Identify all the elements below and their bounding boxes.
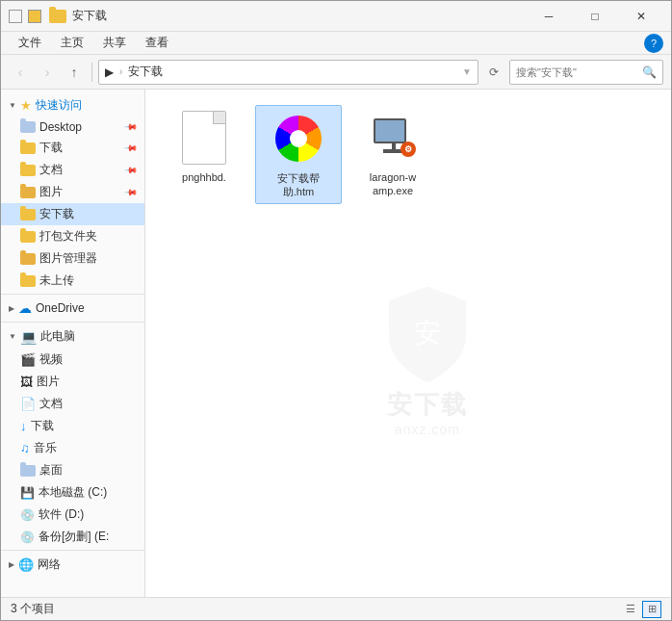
sidebar-item-zip-folder[interactable]: 打包文件夹 [1,225,144,247]
breadcrumb-chevron: › [119,66,122,77]
view-details-icon: ☰ [626,603,635,615]
sidebar-divider-3 [1,550,144,551]
window-title: 安下载 [72,8,527,24]
sidebar-item-computer-pics[interactable]: 🖼 图片 [1,371,144,393]
exe-base [383,149,402,153]
file-grid: pnghhbd. 安下载帮助.htm [161,105,656,204]
refresh-button[interactable]: ⟳ [482,61,505,84]
search-input[interactable] [516,66,638,78]
file-icon-htm [270,110,327,168]
main-content: ▼ ★ 快速访问 Desktop 📌 下载 📌 文档 📌 [1,90,671,597]
sidebar-label-drive-c: 本地磁盘 (C:) [39,484,107,501]
file-label-exe: laragon-wamp.exe [370,170,416,198]
view-grid-button[interactable]: ⊞ [642,601,661,618]
sidebar-label-desktop: Desktop [39,120,82,134]
sidebar-item-drive-c[interactable]: 💾 本地磁盘 (C:) [1,481,144,504]
onedrive-label: OneDrive [36,301,85,315]
file-label-htm: 安下载帮助.htm [277,171,320,199]
sidebar-label-zip: 打包文件夹 [39,228,97,245]
network-label: 网络 [38,556,61,573]
file-item-exe[interactable]: ⚙ laragon-wamp.exe [349,105,436,204]
sidebar-item-drive-d[interactable]: 💿 软件 (D:) [1,504,144,526]
drive-c-icon: 💾 [20,486,35,500]
menu-bar: 文件 主页 共享 查看 ? [1,32,671,55]
file-label-pnghhbd: pnghhbd. [182,170,226,184]
sidebar-section-onedrive[interactable]: ▶ ☁ OneDrive [1,297,144,320]
sidebar-item-desktop2[interactable]: 桌面 [1,459,144,481]
view-details-button[interactable]: ☰ [621,601,640,618]
download-icon: ↓ [20,419,27,433]
app-icon-square [9,10,22,23]
not-uploaded-folder-icon [20,275,36,287]
breadcrumb-arrow[interactable]: ▶ [105,65,114,79]
sidebar-section-network[interactable]: ▶ 🌐 网络 [1,553,144,577]
sidebar-label-documents: 文档 [39,162,63,178]
pin-icon-docs: 📌 [124,163,139,177]
sidebar-item-drive-e[interactable]: 💿 备份[勿删] (E: [1,526,144,548]
file-item-pnghhbd[interactable]: pnghhbd. [161,105,247,204]
computer-label: 此电脑 [40,328,75,345]
sidebar-label-pic-mgr: 图片管理器 [39,250,97,267]
onedrive-chevron: ▶ [9,304,14,313]
sidebar-label-drive-e: 备份[勿删] (E: [39,529,109,545]
menu-view[interactable]: 查看 [136,33,178,54]
sidebar-item-music[interactable]: ♫ 音乐 [1,437,144,459]
watermark-text: 安下载 [387,387,468,421]
desktop2-folder-icon [20,465,36,477]
desktop-folder-icon [20,121,36,133]
search-icon[interactable]: 🔍 [642,65,657,79]
help-button[interactable]: ? [644,34,663,53]
pic-mgr-folder-icon [20,253,36,265]
sidebar-item-computer-download[interactable]: ↓ 下载 [1,415,144,437]
maximize-button[interactable]: □ [573,3,617,30]
sidebar-item-computer-docs[interactable]: 📄 文档 [1,393,144,415]
sidebar-item-video[interactable]: 🎬 视频 [1,349,144,371]
menu-file[interactable]: 文件 [9,33,51,54]
drive-d-icon: 💿 [20,508,35,522]
watermark: 安 安下载 anxz.com [379,281,476,436]
network-icon: 🌐 [18,557,34,572]
sidebar-item-not-uploaded[interactable]: 未上传 [1,270,144,292]
breadcrumb-dropdown-icon[interactable]: ▼ [462,66,472,77]
menu-home[interactable]: 主页 [51,33,93,54]
pics-folder-icon [20,187,36,198]
sidebar-section-quick-access[interactable]: ▼ ★ 快速访问 [1,93,144,117]
sidebar-item-desktop[interactable]: Desktop 📌 [1,117,144,137]
exe-monitor-icon: ⚙ [370,115,416,161]
minimize-button[interactable]: ─ [527,3,571,30]
close-button[interactable]: ✕ [619,3,663,30]
sidebar: ▼ ★ 快速访问 Desktop 📌 下载 📌 文档 📌 [1,90,145,597]
sidebar-item-anxiazai[interactable]: 安下载 [1,203,144,225]
window: 安下载 ─ □ ✕ 文件 主页 共享 查看 ? ‹ › ↑ ▶ › 安下载 ▼ … [0,0,672,621]
star-icon: ★ [20,98,32,113]
pin-icon-pics: 📌 [124,185,139,199]
sidebar-label-computer-download: 下载 [31,418,54,434]
forward-button[interactable]: › [36,61,59,84]
svg-text:安: 安 [414,317,441,347]
up-button[interactable]: ↑ [63,61,86,84]
sidebar-label-download: 下载 [39,140,63,156]
sidebar-item-documents[interactable]: 文档 📌 [1,159,144,181]
back-button[interactable]: ‹ [9,61,32,84]
htm-colorwheel-icon [275,116,322,162]
video-icon: 🎬 [20,352,36,367]
sidebar-item-download[interactable]: 下载 📌 [1,137,144,159]
app-icon-square2 [28,10,41,23]
search-box[interactable]: 🔍 [509,60,663,85]
sidebar-label-music: 音乐 [34,440,57,456]
sidebar-label-computer-pics: 图片 [37,374,60,390]
sidebar-label-desktop2: 桌面 [39,462,63,479]
sidebar-label-anxiazai: 安下载 [39,206,74,222]
breadcrumb-folder[interactable]: 安下载 [128,64,163,80]
exe-monitor [374,118,406,143]
docs-icon: 📄 [20,397,36,411]
menu-share[interactable]: 共享 [93,33,136,54]
watermark-subtext: anxz.com [395,421,460,436]
sidebar-item-pictures[interactable]: 图片 📌 [1,181,144,203]
file-item-htm[interactable]: 安下载帮助.htm [255,105,342,204]
title-folder-icon [49,10,66,23]
sidebar-item-pic-manager[interactable]: 图片管理器 [1,247,144,270]
sidebar-divider-2 [1,322,144,323]
sidebar-label-pictures: 图片 [39,184,63,200]
sidebar-section-computer[interactable]: ▼ 💻 此电脑 [1,324,144,349]
